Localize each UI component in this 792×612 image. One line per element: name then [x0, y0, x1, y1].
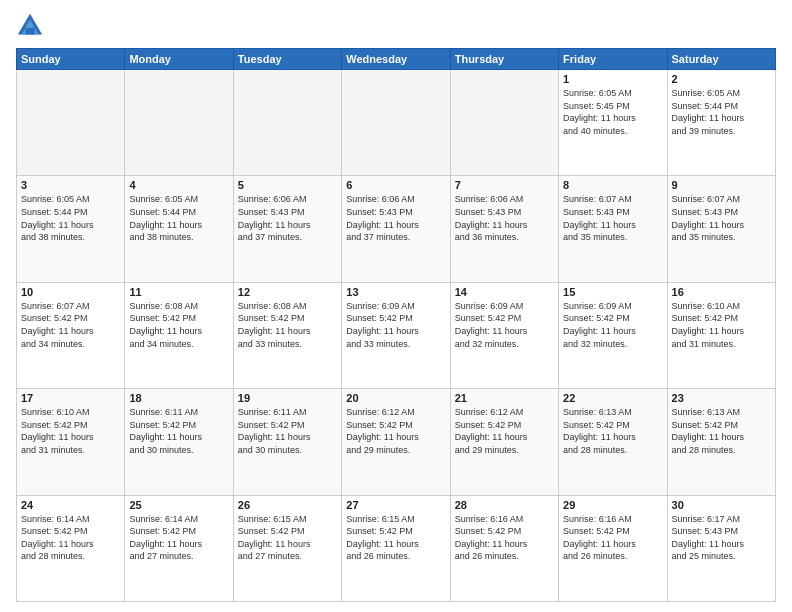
- day-number-21: 21: [455, 392, 554, 404]
- day-info-9: Sunrise: 6:07 AMSunset: 5:43 PMDaylight:…: [672, 193, 771, 243]
- day-number-3: 3: [21, 179, 120, 191]
- day-info-24: Sunrise: 6:14 AMSunset: 5:42 PMDaylight:…: [21, 513, 120, 563]
- day-number-6: 6: [346, 179, 445, 191]
- day-cell-empty: [450, 70, 558, 176]
- day-cell-17: 17Sunrise: 6:10 AMSunset: 5:42 PMDayligh…: [17, 389, 125, 495]
- day-cell-13: 13Sunrise: 6:09 AMSunset: 5:42 PMDayligh…: [342, 282, 450, 388]
- page: SundayMondayTuesdayWednesdayThursdayFrid…: [0, 0, 792, 612]
- day-cell-empty: [233, 70, 341, 176]
- day-info-18: Sunrise: 6:11 AMSunset: 5:42 PMDaylight:…: [129, 406, 228, 456]
- day-cell-5: 5Sunrise: 6:06 AMSunset: 5:43 PMDaylight…: [233, 176, 341, 282]
- day-info-13: Sunrise: 6:09 AMSunset: 5:42 PMDaylight:…: [346, 300, 445, 350]
- day-number-11: 11: [129, 286, 228, 298]
- day-number-4: 4: [129, 179, 228, 191]
- day-cell-23: 23Sunrise: 6:13 AMSunset: 5:42 PMDayligh…: [667, 389, 775, 495]
- day-number-13: 13: [346, 286, 445, 298]
- day-info-3: Sunrise: 6:05 AMSunset: 5:44 PMDaylight:…: [21, 193, 120, 243]
- day-number-28: 28: [455, 499, 554, 511]
- day-info-30: Sunrise: 6:17 AMSunset: 5:43 PMDaylight:…: [672, 513, 771, 563]
- day-number-15: 15: [563, 286, 662, 298]
- day-cell-10: 10Sunrise: 6:07 AMSunset: 5:42 PMDayligh…: [17, 282, 125, 388]
- day-info-4: Sunrise: 6:05 AMSunset: 5:44 PMDaylight:…: [129, 193, 228, 243]
- weekday-header-wednesday: Wednesday: [342, 49, 450, 70]
- day-cell-18: 18Sunrise: 6:11 AMSunset: 5:42 PMDayligh…: [125, 389, 233, 495]
- day-number-27: 27: [346, 499, 445, 511]
- day-number-12: 12: [238, 286, 337, 298]
- week-row-4: 17Sunrise: 6:10 AMSunset: 5:42 PMDayligh…: [17, 389, 776, 495]
- day-cell-empty: [342, 70, 450, 176]
- day-info-6: Sunrise: 6:06 AMSunset: 5:43 PMDaylight:…: [346, 193, 445, 243]
- day-cell-27: 27Sunrise: 6:15 AMSunset: 5:42 PMDayligh…: [342, 495, 450, 601]
- day-info-1: Sunrise: 6:05 AMSunset: 5:45 PMDaylight:…: [563, 87, 662, 137]
- weekday-header-friday: Friday: [559, 49, 667, 70]
- day-number-22: 22: [563, 392, 662, 404]
- day-info-7: Sunrise: 6:06 AMSunset: 5:43 PMDaylight:…: [455, 193, 554, 243]
- day-number-5: 5: [238, 179, 337, 191]
- day-info-28: Sunrise: 6:16 AMSunset: 5:42 PMDaylight:…: [455, 513, 554, 563]
- weekday-header-thursday: Thursday: [450, 49, 558, 70]
- day-info-20: Sunrise: 6:12 AMSunset: 5:42 PMDaylight:…: [346, 406, 445, 456]
- day-cell-26: 26Sunrise: 6:15 AMSunset: 5:42 PMDayligh…: [233, 495, 341, 601]
- day-info-16: Sunrise: 6:10 AMSunset: 5:42 PMDaylight:…: [672, 300, 771, 350]
- day-info-5: Sunrise: 6:06 AMSunset: 5:43 PMDaylight:…: [238, 193, 337, 243]
- day-number-7: 7: [455, 179, 554, 191]
- day-cell-12: 12Sunrise: 6:08 AMSunset: 5:42 PMDayligh…: [233, 282, 341, 388]
- day-number-26: 26: [238, 499, 337, 511]
- day-number-25: 25: [129, 499, 228, 511]
- logo-icon: [16, 12, 44, 40]
- day-cell-14: 14Sunrise: 6:09 AMSunset: 5:42 PMDayligh…: [450, 282, 558, 388]
- day-cell-1: 1Sunrise: 6:05 AMSunset: 5:45 PMDaylight…: [559, 70, 667, 176]
- day-cell-9: 9Sunrise: 6:07 AMSunset: 5:43 PMDaylight…: [667, 176, 775, 282]
- day-info-11: Sunrise: 6:08 AMSunset: 5:42 PMDaylight:…: [129, 300, 228, 350]
- weekday-header-row: SundayMondayTuesdayWednesdayThursdayFrid…: [17, 49, 776, 70]
- day-info-14: Sunrise: 6:09 AMSunset: 5:42 PMDaylight:…: [455, 300, 554, 350]
- day-number-20: 20: [346, 392, 445, 404]
- day-number-10: 10: [21, 286, 120, 298]
- day-number-2: 2: [672, 73, 771, 85]
- logo: [16, 12, 48, 40]
- day-number-1: 1: [563, 73, 662, 85]
- weekday-header-sunday: Sunday: [17, 49, 125, 70]
- day-number-17: 17: [21, 392, 120, 404]
- day-cell-15: 15Sunrise: 6:09 AMSunset: 5:42 PMDayligh…: [559, 282, 667, 388]
- day-cell-21: 21Sunrise: 6:12 AMSunset: 5:42 PMDayligh…: [450, 389, 558, 495]
- day-cell-28: 28Sunrise: 6:16 AMSunset: 5:42 PMDayligh…: [450, 495, 558, 601]
- day-info-25: Sunrise: 6:14 AMSunset: 5:42 PMDaylight:…: [129, 513, 228, 563]
- weekday-header-saturday: Saturday: [667, 49, 775, 70]
- day-info-12: Sunrise: 6:08 AMSunset: 5:42 PMDaylight:…: [238, 300, 337, 350]
- day-cell-3: 3Sunrise: 6:05 AMSunset: 5:44 PMDaylight…: [17, 176, 125, 282]
- day-number-23: 23: [672, 392, 771, 404]
- day-cell-empty: [17, 70, 125, 176]
- weekday-header-tuesday: Tuesday: [233, 49, 341, 70]
- day-number-18: 18: [129, 392, 228, 404]
- day-number-8: 8: [563, 179, 662, 191]
- calendar-table: SundayMondayTuesdayWednesdayThursdayFrid…: [16, 48, 776, 602]
- week-row-5: 24Sunrise: 6:14 AMSunset: 5:42 PMDayligh…: [17, 495, 776, 601]
- day-info-8: Sunrise: 6:07 AMSunset: 5:43 PMDaylight:…: [563, 193, 662, 243]
- day-cell-22: 22Sunrise: 6:13 AMSunset: 5:42 PMDayligh…: [559, 389, 667, 495]
- day-cell-11: 11Sunrise: 6:08 AMSunset: 5:42 PMDayligh…: [125, 282, 233, 388]
- day-number-24: 24: [21, 499, 120, 511]
- day-cell-6: 6Sunrise: 6:06 AMSunset: 5:43 PMDaylight…: [342, 176, 450, 282]
- day-cell-25: 25Sunrise: 6:14 AMSunset: 5:42 PMDayligh…: [125, 495, 233, 601]
- day-cell-8: 8Sunrise: 6:07 AMSunset: 5:43 PMDaylight…: [559, 176, 667, 282]
- day-info-27: Sunrise: 6:15 AMSunset: 5:42 PMDaylight:…: [346, 513, 445, 563]
- day-number-29: 29: [563, 499, 662, 511]
- week-row-1: 1Sunrise: 6:05 AMSunset: 5:45 PMDaylight…: [17, 70, 776, 176]
- day-number-19: 19: [238, 392, 337, 404]
- week-row-2: 3Sunrise: 6:05 AMSunset: 5:44 PMDaylight…: [17, 176, 776, 282]
- day-cell-4: 4Sunrise: 6:05 AMSunset: 5:44 PMDaylight…: [125, 176, 233, 282]
- day-cell-20: 20Sunrise: 6:12 AMSunset: 5:42 PMDayligh…: [342, 389, 450, 495]
- day-cell-2: 2Sunrise: 6:05 AMSunset: 5:44 PMDaylight…: [667, 70, 775, 176]
- day-cell-29: 29Sunrise: 6:16 AMSunset: 5:42 PMDayligh…: [559, 495, 667, 601]
- day-info-2: Sunrise: 6:05 AMSunset: 5:44 PMDaylight:…: [672, 87, 771, 137]
- day-number-9: 9: [672, 179, 771, 191]
- day-info-26: Sunrise: 6:15 AMSunset: 5:42 PMDaylight:…: [238, 513, 337, 563]
- day-info-23: Sunrise: 6:13 AMSunset: 5:42 PMDaylight:…: [672, 406, 771, 456]
- day-number-16: 16: [672, 286, 771, 298]
- day-info-19: Sunrise: 6:11 AMSunset: 5:42 PMDaylight:…: [238, 406, 337, 456]
- day-cell-30: 30Sunrise: 6:17 AMSunset: 5:43 PMDayligh…: [667, 495, 775, 601]
- week-row-3: 10Sunrise: 6:07 AMSunset: 5:42 PMDayligh…: [17, 282, 776, 388]
- day-cell-empty: [125, 70, 233, 176]
- day-cell-24: 24Sunrise: 6:14 AMSunset: 5:42 PMDayligh…: [17, 495, 125, 601]
